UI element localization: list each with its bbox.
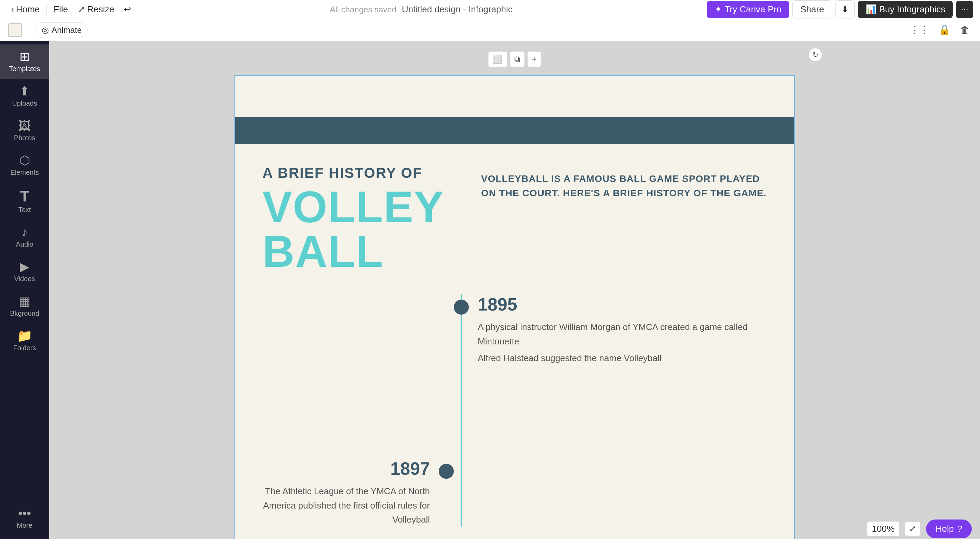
sidebar-item-uploads[interactable]: ⬆ Uploads bbox=[0, 79, 49, 113]
sidebar-item-folders[interactable]: 📁 Folders bbox=[0, 324, 49, 358]
infographic-header-dark bbox=[235, 117, 794, 144]
timeline-left-entry-1897: 1897 The Athletic League of the YMCA of … bbox=[262, 458, 454, 527]
sidebar-item-elements[interactable]: ⬡ Elements bbox=[0, 148, 49, 183]
timeline-text-1895-0: A physical instructor William Morgan of … bbox=[478, 320, 767, 349]
timeline-right: 1895 A physical instructor William Morga… bbox=[454, 294, 767, 527]
folders-icon: 📁 bbox=[17, 330, 32, 342]
animate-label: Animate bbox=[52, 25, 82, 35]
note-icon: ⬜ bbox=[492, 54, 503, 64]
timeline-dot-1895 bbox=[454, 300, 469, 315]
download-button[interactable]: ⬇ bbox=[835, 0, 854, 19]
star-icon: ✦ bbox=[714, 4, 722, 15]
sidebar-label-elements: Elements bbox=[10, 169, 38, 177]
nav-divider bbox=[46, 5, 47, 15]
timeline-dot-left-1897 bbox=[439, 464, 454, 479]
sidebar-label-folders: Folders bbox=[13, 344, 36, 352]
help-icon: ? bbox=[958, 524, 962, 534]
sidebar-item-photos[interactable]: 🖼 Photos bbox=[0, 113, 49, 148]
sidebar-label-more: More bbox=[17, 521, 32, 529]
more-options-icon: ··· bbox=[961, 4, 968, 14]
top-bar-right: ✦ Try Canva Pro Share ⬇ 📊 Buy Infographi… bbox=[707, 0, 973, 19]
title-main: VOLLEY BALL bbox=[262, 185, 454, 274]
title-left: A BRIEF HISTORY OF VOLLEY BALL bbox=[262, 165, 454, 274]
resize-label: Resize bbox=[87, 4, 114, 15]
title-subtitle: A BRIEF HISTORY OF bbox=[262, 165, 454, 181]
canvas-add-button[interactable]: + bbox=[527, 51, 541, 67]
sidebar-item-audio[interactable]: ♪ Audio bbox=[0, 220, 49, 254]
infographic-canvas[interactable]: A BRIEF HISTORY OF VOLLEY BALL VOLLEYBAL… bbox=[234, 75, 795, 539]
sidebar-item-bkground[interactable]: ▦ Bkground bbox=[0, 289, 49, 324]
zoom-expand-button[interactable]: ⤢ bbox=[905, 521, 921, 536]
buy-button[interactable]: 📊 Buy Infographics bbox=[858, 1, 953, 18]
title-description: VOLLEYBALL IS A FAMOUS BALL GAME SPORT P… bbox=[481, 172, 767, 201]
animate-button[interactable]: ◎ Animate bbox=[36, 22, 88, 38]
infographic-header-cream bbox=[235, 76, 794, 117]
design-title: Untitled design - Infographic bbox=[402, 4, 512, 15]
videos-icon: ▶ bbox=[20, 261, 29, 273]
try-pro-button[interactable]: ✦ Try Canva Pro bbox=[707, 1, 789, 18]
color-swatch[interactable] bbox=[8, 23, 22, 37]
help-button[interactable]: Help ? bbox=[926, 520, 972, 538]
trash-icon: 🗑 bbox=[960, 25, 970, 35]
sidebar-item-text[interactable]: T Text bbox=[0, 183, 49, 220]
elements-icon: ⬡ bbox=[19, 154, 30, 167]
title-section: A BRIEF HISTORY OF VOLLEY BALL VOLLEYBAL… bbox=[262, 165, 767, 274]
lock-button[interactable]: 🔒 bbox=[937, 22, 953, 38]
timeline-left-text-1897: The Athletic League of the YMCA of North… bbox=[262, 484, 430, 527]
copy-icon: ⧉ bbox=[514, 54, 520, 64]
resize-button[interactable]: ⤢ Resize bbox=[73, 2, 118, 17]
zoom-level: 100% bbox=[867, 521, 900, 536]
download-icon: ⬇ bbox=[841, 4, 849, 15]
share-button[interactable]: Share bbox=[792, 0, 832, 19]
top-bar: ‹ Home File ⤢ Resize ↩ All changes saved… bbox=[0, 0, 980, 19]
sidebar-label-bkground: Bkground bbox=[10, 309, 39, 317]
add-icon: + bbox=[532, 54, 536, 64]
home-label: Home bbox=[16, 4, 40, 15]
lock-icon: 🔒 bbox=[939, 25, 951, 35]
trash-button[interactable]: 🗑 bbox=[958, 22, 972, 38]
expand-icon: ⤢ bbox=[909, 524, 916, 533]
sidebar: ⊞ Templates ⬆ Uploads 🖼 Photos ⬡ Element… bbox=[0, 41, 49, 539]
year-1895: 1895 bbox=[478, 294, 767, 315]
canvas-note-button[interactable]: ⬜ bbox=[488, 51, 507, 67]
help-label: Help bbox=[935, 524, 954, 534]
sidebar-item-more[interactable]: ••• More bbox=[0, 501, 49, 536]
sidebar-label-text: Text bbox=[19, 206, 31, 214]
home-button[interactable]: ‹ Home bbox=[7, 2, 44, 17]
try-pro-label: Try Canva Pro bbox=[725, 4, 782, 15]
resize-icon: ⤢ bbox=[78, 4, 85, 15]
sidebar-item-videos[interactable]: ▶ Videos bbox=[0, 254, 49, 289]
more-options-button[interactable]: ··· bbox=[956, 1, 973, 18]
infographic-content: A BRIEF HISTORY OF VOLLEY BALL VOLLEYBAL… bbox=[235, 144, 794, 539]
chart-icon: 📊 bbox=[865, 4, 877, 15]
saved-status: All changes saved bbox=[330, 5, 396, 14]
main-layout: ⊞ Templates ⬆ Uploads 🖼 Photos ⬡ Element… bbox=[0, 41, 980, 539]
animate-icon: ◎ bbox=[42, 25, 49, 35]
timeline-section: 1897 The Athletic League of the YMCA of … bbox=[262, 294, 767, 527]
uploads-icon: ⬆ bbox=[19, 85, 30, 97]
sidebar-label-templates: Templates bbox=[9, 65, 40, 73]
grid-icon-button[interactable]: ⋮⋮ bbox=[908, 22, 931, 38]
sidebar-label-photos: Photos bbox=[14, 134, 35, 142]
sidebar-label-videos: Videos bbox=[14, 275, 35, 283]
audio-icon: ♪ bbox=[22, 226, 28, 238]
file-button[interactable]: File bbox=[49, 2, 72, 17]
rotate-icon: ↻ bbox=[813, 51, 818, 59]
canvas-copy-button[interactable]: ⧉ bbox=[510, 51, 525, 67]
secondary-bar: ◎ Animate ⋮⋮ 🔒 🗑 bbox=[0, 19, 980, 41]
photos-icon: 🖼 bbox=[19, 120, 31, 132]
grid-icon: ⋮⋮ bbox=[910, 25, 929, 35]
more-icon: ••• bbox=[18, 507, 31, 520]
rotate-handle[interactable]: ↻ bbox=[808, 48, 822, 62]
text-icon: T bbox=[20, 189, 29, 204]
undo-icon: ↩ bbox=[124, 4, 131, 15]
undo-button[interactable]: ↩ bbox=[119, 2, 135, 17]
sidebar-label-audio: Audio bbox=[16, 241, 33, 248]
title-right: VOLLEYBALL IS A FAMOUS BALL GAME SPORT P… bbox=[481, 165, 767, 274]
top-bar-center: All changes saved Untitled design - Info… bbox=[138, 4, 704, 15]
bkground-icon: ▦ bbox=[19, 295, 30, 308]
canvas-area[interactable]: ⬜ ⧉ + ↻ bbox=[49, 41, 980, 539]
title-main-line2: BALL bbox=[262, 226, 384, 276]
secondary-divider bbox=[29, 25, 29, 35]
sidebar-item-templates[interactable]: ⊞ Templates bbox=[0, 45, 49, 79]
